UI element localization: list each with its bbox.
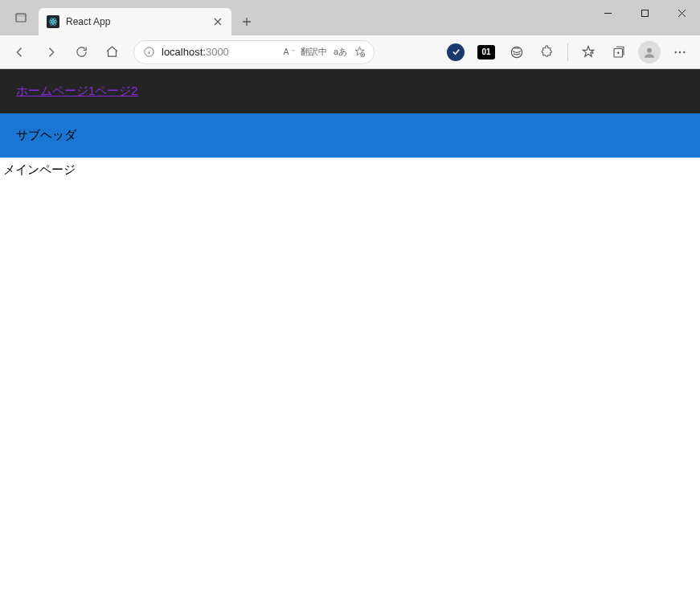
extension-counter-icon[interactable]: 01 [473,39,500,66]
window-controls [589,0,700,26]
site-info-icon[interactable] [142,46,155,59]
forward-button[interactable] [37,39,64,66]
maximize-button[interactable] [626,0,663,26]
favorites-button[interactable] [575,39,602,66]
extension-honey-icon[interactable] [503,39,530,66]
toolbar-right: 01 [383,39,694,66]
browser-tab[interactable]: React App [39,8,231,35]
tab-title: React App [66,16,204,27]
svg-rect-6 [641,10,648,16]
svg-point-12 [675,51,677,52]
minimize-button[interactable] [589,0,626,26]
address-bar[interactable]: localhost:3000 A" 翻訳中 aあ [133,40,375,64]
refresh-button[interactable] [68,39,95,66]
extensions-button[interactable] [534,39,561,66]
toolbar-divider [567,43,568,61]
svg-point-11 [647,47,652,52]
reader-mode-icon[interactable]: A" [284,47,294,56]
new-tab-button[interactable] [235,10,259,34]
svg-point-14 [683,51,685,52]
sub-header: サブヘッダ [0,113,700,158]
extension-check-icon[interactable] [442,39,469,66]
profile-button[interactable] [636,39,663,66]
app-nav-header: ホームページ1ページ2 [0,69,700,113]
nav-link-page1[interactable]: ページ1 [52,84,95,97]
tab-actions-icon[interactable] [6,3,35,32]
svg-point-13 [679,51,681,52]
nav-link-home[interactable]: ホーム [16,84,52,97]
avatar-icon [638,41,661,64]
main-content-text: メインページ [0,158,700,182]
more-button[interactable] [666,39,694,66]
back-button[interactable] [6,39,34,66]
tab-strip: React App [0,0,259,35]
window-titlebar: React App [0,0,700,35]
browser-toolbar: localhost:3000 A" 翻訳中 aあ 01 [0,35,700,69]
url-text: localhost:3000 [162,46,277,58]
address-bar-actions: A" 翻訳中 aあ [284,46,366,58]
nav-link-page2[interactable]: ページ2 [95,84,137,97]
svg-rect-1 [16,14,26,16]
translate-lang-icon[interactable]: aあ [334,46,347,58]
collections-button[interactable] [605,39,632,66]
favorite-icon[interactable] [354,46,366,58]
tab-close-button[interactable] [211,14,225,29]
page-viewport: ホームページ1ページ2 サブヘッダ メインページ [0,69,700,611]
close-window-button[interactable] [663,0,700,26]
svg-point-5 [52,21,54,23]
translate-status[interactable]: 翻訳中 [301,46,327,58]
react-icon [47,15,59,28]
home-button[interactable] [98,39,125,66]
